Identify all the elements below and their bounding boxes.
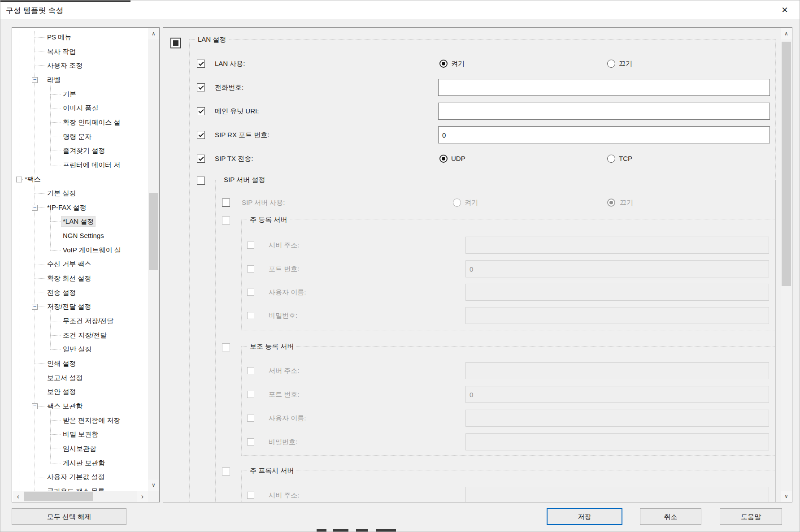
tree-item[interactable]: 복사 작업 xyxy=(47,47,76,56)
tree-item[interactable]: 무조건 저장/전달 xyxy=(63,316,113,326)
main-scroll-down-icon[interactable]: ∨ xyxy=(781,491,792,502)
deselect-all-button[interactable]: 모두 선택 해제 xyxy=(12,508,126,525)
tree-expander-icon[interactable]: − xyxy=(32,403,38,409)
tree-item[interactable]: 클라우드 팩스 목록 xyxy=(47,486,104,491)
tree-item[interactable]: *팩스 xyxy=(25,174,41,184)
tree-item[interactable]: 게시판 보관함 xyxy=(63,458,105,468)
row-checkbox[interactable] xyxy=(197,60,205,68)
row-checkbox xyxy=(247,438,254,445)
dialog-title: 구성 템플릿 속성 xyxy=(6,5,63,16)
row-label: 비밀번호: xyxy=(269,311,297,320)
sip-server-use-checkbox[interactable] xyxy=(222,199,230,207)
tree-connector-line xyxy=(50,409,51,463)
radio-option[interactable] xyxy=(439,60,448,68)
tree-connector-stub xyxy=(50,463,61,463)
tree-item[interactable]: 보안 설정 xyxy=(47,387,76,397)
row-checkbox[interactable] xyxy=(197,131,205,139)
row-label: 포트 번호: xyxy=(269,390,299,399)
row-label: 서버 주소: xyxy=(269,241,299,250)
tree-item[interactable]: 일반 설정 xyxy=(63,344,91,354)
tree-item[interactable]: 받은 편지함에 저장 xyxy=(63,415,120,425)
tree-item[interactable]: 기본 xyxy=(63,89,76,99)
row-checkbox xyxy=(247,367,254,374)
tree-horizontal-scroll-thumb[interactable] xyxy=(24,492,93,501)
tree-scroll-right-icon[interactable]: › xyxy=(137,491,148,502)
tree-item[interactable]: 비밀 보관함 xyxy=(63,429,98,439)
radio-option[interactable] xyxy=(607,60,615,68)
radio-label: 켜기 xyxy=(451,59,465,68)
tree-connector-stub xyxy=(50,349,61,350)
tree-item[interactable]: 확장 회선 설정 xyxy=(47,273,91,283)
row-label: 사용자 이름: xyxy=(269,414,306,423)
tree-vertical-scroll-thumb[interactable] xyxy=(149,193,158,270)
tree-item[interactable]: 보고서 설정 xyxy=(47,373,83,383)
tree-item[interactable]: 팩스 보관함 xyxy=(47,401,83,411)
tree-item[interactable]: 라벨 xyxy=(47,75,61,85)
row-checkbox xyxy=(247,265,254,272)
row-checkbox xyxy=(247,415,254,422)
server-group-checkbox xyxy=(222,343,230,351)
tree-item[interactable]: 저장/전달 설정 xyxy=(47,302,91,311)
lan-settings-panel: LAN 설정LAN 사용:켜기끄기전화번호:메인 유닛 URI:SIP RX 포… xyxy=(163,27,792,502)
tree-connector-stub xyxy=(35,264,45,264)
tree-item[interactable]: *IP-FAX 설정 xyxy=(47,203,87,212)
tree-expander-icon[interactable]: − xyxy=(32,304,38,310)
text-input[interactable] xyxy=(438,103,770,120)
row-label: 서버 주소: xyxy=(269,491,299,500)
row-label: 서버 주소: xyxy=(269,366,299,375)
tree-item[interactable]: 사용자 조정 xyxy=(47,61,83,70)
text-input-disabled xyxy=(465,433,769,450)
tree-item[interactable]: VoIP 게이트웨이 설 xyxy=(63,245,121,255)
tree-connector-stub xyxy=(50,434,61,435)
tree-scroll-up-icon[interactable]: ∧ xyxy=(148,28,159,39)
main-vertical-scroll-thumb[interactable] xyxy=(782,42,791,286)
row-label: SIP TX 전송: xyxy=(215,154,253,163)
tree-item[interactable]: 확장 인터페이스 설 xyxy=(63,117,120,127)
main-scroll-up-icon[interactable]: ∧ xyxy=(781,28,792,39)
cancel-button[interactable]: 취소 xyxy=(640,508,701,525)
tree-connector-stub xyxy=(50,335,61,336)
lan-settings-group-checkbox[interactable] xyxy=(170,38,181,48)
tree-expander-icon[interactable]: − xyxy=(32,205,38,211)
tree-item[interactable]: 이미지 품질 xyxy=(63,103,98,113)
radio-option[interactable] xyxy=(607,155,615,163)
tree-connector-stub xyxy=(50,165,61,165)
tree-expander-icon[interactable]: − xyxy=(32,77,38,83)
tree-item[interactable]: 전송 설정 xyxy=(47,288,76,298)
tree-item[interactable]: 명령 문자 xyxy=(63,132,91,142)
text-input[interactable] xyxy=(438,79,770,96)
tree-scroll-left-icon[interactable]: ‹ xyxy=(13,491,24,502)
row-checkbox[interactable] xyxy=(197,155,205,163)
sip-server-group-label: SIP 서버 설정 xyxy=(221,175,268,184)
server-group-checkbox xyxy=(222,467,230,476)
tree-item[interactable]: 임시보관함 xyxy=(63,444,96,454)
radio-option xyxy=(607,199,615,207)
text-input-disabled xyxy=(465,284,769,301)
tree-scroll-down-icon[interactable]: ∨ xyxy=(148,480,159,491)
row-checkbox[interactable] xyxy=(197,107,205,115)
radio-option[interactable] xyxy=(439,155,448,163)
tree-item[interactable]: NGN Settings xyxy=(63,231,104,241)
tree-item[interactable]: 사용자 기본값 설정 xyxy=(47,472,104,482)
tree-item[interactable]: 기본 설정 xyxy=(47,188,76,198)
tree-connector-line xyxy=(19,31,19,491)
help-button[interactable]: 도움말 xyxy=(720,508,782,525)
save-button[interactable]: 저장 xyxy=(547,508,622,525)
tree-item[interactable]: 인쇄 설정 xyxy=(47,359,76,368)
text-input[interactable] xyxy=(438,126,770,143)
tree-item[interactable]: 수신 거부 팩스 xyxy=(47,259,91,269)
row-label: 메인 유닛 URI: xyxy=(215,107,259,116)
tree-connector-stub xyxy=(35,37,45,38)
tree-expander-icon[interactable]: − xyxy=(16,177,22,182)
close-icon[interactable]: × xyxy=(778,3,791,17)
tree-item[interactable]: 즐겨찾기 설정 xyxy=(63,146,105,156)
sip-server-group-checkbox[interactable] xyxy=(197,177,205,185)
tree-item[interactable]: PS 메뉴 xyxy=(47,32,71,42)
server-group-label: 주 프록시 서버 xyxy=(247,466,296,475)
radio-option xyxy=(453,199,461,207)
tree-item[interactable]: *LAN 설정 xyxy=(61,216,95,226)
tree-item[interactable]: 프린터에 데이터 저 xyxy=(63,160,120,170)
row-checkbox[interactable] xyxy=(197,83,205,91)
tree-connector-stub xyxy=(35,378,45,378)
tree-item[interactable]: 조건 저장/전달 xyxy=(63,330,107,340)
